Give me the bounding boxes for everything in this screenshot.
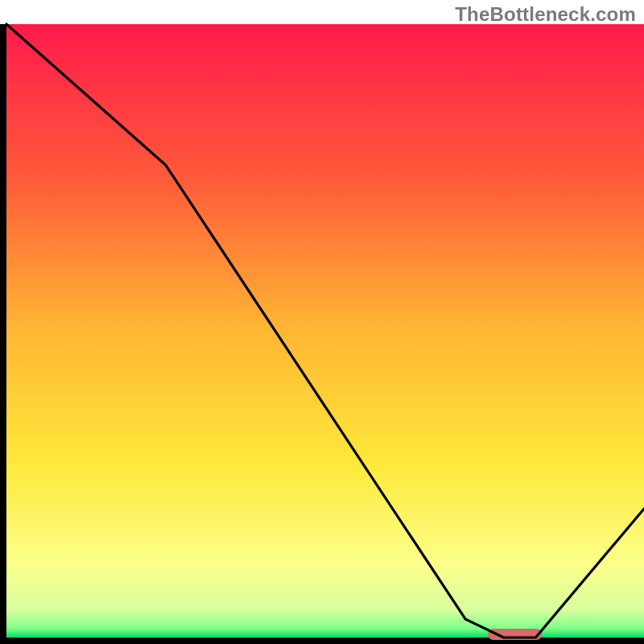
x-axis xyxy=(0,638,644,644)
watermark-text: TheBottleneck.com xyxy=(455,3,636,26)
y-axis xyxy=(0,24,6,644)
chart-container: TheBottleneck.com xyxy=(0,0,644,644)
bottleneck-chart xyxy=(0,0,644,644)
plot-background xyxy=(6,24,644,638)
